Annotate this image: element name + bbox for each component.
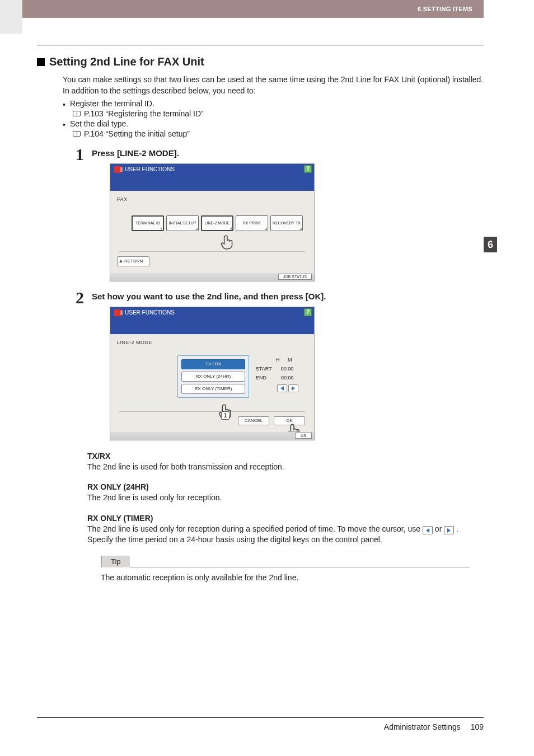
ui-panel-2: USER FUNCTIONS ? LINE-2 MODE TX / RX RX … bbox=[110, 307, 315, 440]
cursor-left-button[interactable] bbox=[277, 384, 287, 392]
help-icon[interactable]: ? bbox=[304, 165, 312, 173]
hand-pointer-icon bbox=[220, 234, 235, 251]
start-label: START bbox=[256, 364, 272, 373]
rx-only-timer-option[interactable]: RX ONLY (TIMER) bbox=[181, 384, 245, 394]
definition-txrx: TX/RX The 2nd line is used for both tran… bbox=[87, 452, 484, 473]
chapter-side-tab: 6 bbox=[484, 237, 497, 252]
section-intro: You can make settings so that two lines … bbox=[63, 74, 484, 97]
ref-text: P.104 “Setting the initial setup” bbox=[84, 129, 190, 138]
bullet-row: • Set the dial type. bbox=[63, 119, 484, 129]
panel-title: USER FUNCTIONS bbox=[125, 309, 175, 316]
cross-reference: P.104 “Setting the initial setup” bbox=[73, 129, 484, 138]
mode-option-group: TX / RX RX ONLY (24HR) RX ONLY (TIMER) bbox=[177, 355, 249, 398]
bullet-row: • Register the terminal ID. bbox=[63, 99, 484, 109]
section-title-text: Setting 2nd Line for FAX Unit bbox=[49, 55, 204, 68]
panel-body: LINE-2 MODE TX / RX RX ONLY (24HR) RX ON… bbox=[110, 334, 314, 432]
breadcrumb: FAX bbox=[117, 196, 307, 202]
return-button[interactable]: RETURN bbox=[117, 256, 149, 266]
job-status-button[interactable]: US bbox=[295, 433, 312, 439]
step-number: 1 bbox=[68, 146, 84, 281]
device-icon bbox=[114, 309, 121, 316]
panel-subheader bbox=[110, 318, 314, 334]
panel-titlebar: USER FUNCTIONS ? bbox=[110, 164, 314, 175]
definition-desc: The 2nd line is used only for reception. bbox=[87, 492, 484, 504]
definition-rxonlytimer: RX ONLY (TIMER) The 2nd line is used onl… bbox=[87, 514, 484, 546]
left-key-icon bbox=[423, 526, 433, 534]
bullet-text: Set the dial type. bbox=[70, 119, 128, 128]
book-icon bbox=[73, 131, 81, 137]
panel-footer: JOB STATUS bbox=[110, 273, 314, 281]
tip-label: Tip bbox=[101, 556, 130, 567]
line2-mode-button[interactable]: LINE-2 MODE bbox=[201, 215, 233, 231]
end-label: END bbox=[256, 373, 266, 382]
bullet-dot-icon: • bbox=[63, 119, 65, 129]
tip-box: Tip The automatic reception is only avai… bbox=[101, 556, 484, 582]
panel-body: FAX TERMINAL ID INITIAL SETUP LINE-2 MOD… bbox=[110, 191, 314, 273]
panel-title: USER FUNCTIONS bbox=[125, 166, 175, 172]
step-title: Press [LINE-2 MODE]. bbox=[92, 148, 484, 158]
device-icon bbox=[114, 166, 121, 173]
square-bullet-icon bbox=[37, 58, 45, 66]
book-icon bbox=[73, 111, 81, 116]
definition-rxonly24: RX ONLY (24HR) The 2nd line is used only… bbox=[87, 482, 484, 504]
triangle-right-icon bbox=[292, 386, 295, 391]
page-footer: Administrator Settings 109 bbox=[37, 717, 484, 731]
rx-print-button[interactable]: RX PRINT bbox=[236, 215, 268, 231]
job-status-button[interactable]: JOB STATUS bbox=[278, 274, 312, 280]
panel-titlebar: USER FUNCTIONS ? bbox=[110, 307, 314, 318]
step-title: Set how you want to use the 2nd line, an… bbox=[92, 292, 484, 301]
start-time: 00:00 bbox=[281, 364, 294, 373]
tip-divider bbox=[101, 567, 470, 567]
rx-only-24hr-option[interactable]: RX ONLY (24HR) bbox=[181, 372, 245, 382]
triangle-left-icon bbox=[280, 386, 284, 391]
panel-divider bbox=[119, 251, 305, 252]
left-margin-bar bbox=[0, 0, 22, 34]
footer-label: Administrator Settings bbox=[384, 722, 461, 731]
help-icon[interactable]: ? bbox=[304, 308, 312, 316]
triangle-up-icon bbox=[119, 260, 123, 262]
page-content: Setting 2nd Line for FAX Unit You can ma… bbox=[37, 45, 484, 711]
breadcrumb: LINE-2 MODE bbox=[117, 340, 307, 345]
header-category: 6 SETTING ITEMS bbox=[418, 6, 472, 12]
bullet-text: Register the terminal ID. bbox=[70, 99, 154, 108]
tx-rx-option[interactable]: TX / RX bbox=[181, 359, 245, 369]
ref-text: P.103 “Registering the terminal ID” bbox=[84, 109, 204, 118]
option-definitions: TX/RX The 2nd line is used for both tran… bbox=[87, 452, 484, 546]
ui-panel-1: USER FUNCTIONS ? FAX TERMINAL ID INITIAL… bbox=[110, 163, 315, 281]
right-key-icon bbox=[444, 526, 454, 534]
cursor-right-button[interactable] bbox=[288, 384, 298, 392]
cross-reference: P.103 “Registering the terminal ID” bbox=[73, 109, 484, 118]
section-heading: Setting 2nd Line for FAX Unit bbox=[37, 55, 484, 68]
panel-divider bbox=[119, 411, 305, 412]
step-number: 2 bbox=[68, 289, 84, 440]
cancel-button[interactable]: CANCEL bbox=[238, 416, 269, 425]
step-2: 2 Set how you want to use the 2nd line, … bbox=[68, 289, 484, 440]
timer-fields: H M START00:00 END00:00 bbox=[256, 355, 298, 393]
definition-term: RX ONLY (TIMER) bbox=[87, 514, 484, 523]
definition-desc: The 2nd line is used only for reception … bbox=[87, 524, 484, 546]
definition-desc: The 2nd line is used for both transmissi… bbox=[87, 462, 484, 473]
callout-badge: 1 bbox=[221, 411, 229, 420]
initial-setup-button[interactable]: INITIAL SETUP bbox=[166, 215, 199, 231]
bullet-dot-icon: • bbox=[63, 99, 65, 109]
callout-1: 1 bbox=[218, 403, 233, 421]
recovery-tx-button[interactable]: RECOVERY TX bbox=[270, 215, 303, 231]
end-time: 00:00 bbox=[281, 373, 294, 382]
page-number: 109 bbox=[471, 722, 484, 731]
terminal-id-button[interactable]: TERMINAL ID bbox=[132, 215, 164, 231]
page-header: 6 SETTING ITEMS bbox=[22, 0, 484, 18]
panel-button-row: TERMINAL ID INITIAL SETUP LINE-2 MODE RX… bbox=[132, 215, 307, 231]
panel-footer: US bbox=[110, 432, 314, 440]
intro-bullets: • Register the terminal ID. P.103 “Regis… bbox=[63, 99, 484, 138]
definition-term: TX/RX bbox=[87, 452, 484, 461]
step-1: 1 Press [LINE-2 MODE]. USER FUNCTIONS ? … bbox=[68, 146, 484, 281]
tip-text: The automatic reception is only availabl… bbox=[101, 573, 484, 582]
definition-term: RX ONLY (24HR) bbox=[87, 482, 484, 491]
panel-subheader bbox=[110, 175, 314, 191]
